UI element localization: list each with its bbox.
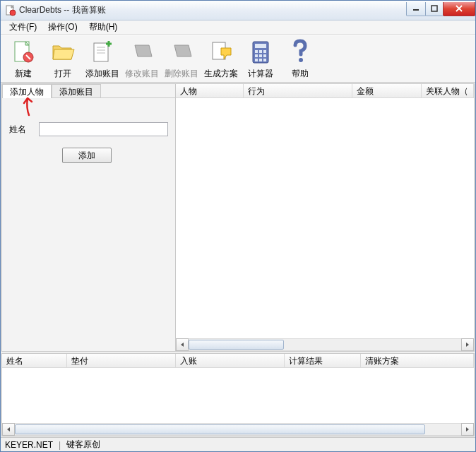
- tab-add-entry[interactable]: 添加账目: [52, 84, 101, 98]
- tool-open[interactable]: 打开: [43, 37, 83, 81]
- grid-top-scrollbar[interactable]: [176, 338, 474, 351]
- entry-plus-icon: [88, 38, 117, 66]
- gen-plan-icon: [207, 38, 235, 66]
- col-person[interactable]: 人物: [176, 84, 244, 97]
- scroll-right-icon[interactable]: [461, 423, 474, 436]
- calculator-icon: [246, 38, 275, 66]
- add-button[interactable]: 添加: [62, 148, 112, 163]
- tool-gen-plan-label: 生成方案: [204, 68, 238, 80]
- status-sep: |: [59, 440, 61, 450]
- grid-top-header: 人物 行为 金额 关联人物（: [176, 84, 474, 98]
- col-name[interactable]: 姓名: [2, 354, 67, 367]
- svg-rect-3: [432, 6, 437, 11]
- maximize-button[interactable]: [425, 2, 444, 16]
- col-action[interactable]: 行为: [244, 84, 352, 97]
- svg-point-22: [299, 58, 303, 62]
- tool-new-label: 新建: [15, 68, 32, 80]
- toolbar: 新建 打开 添加账目 修改账目 删除账目 生成方案 计算器 帮助: [1, 35, 475, 83]
- col-paid[interactable]: 垫付: [67, 354, 176, 367]
- tool-del-entry[interactable]: 删除账目: [162, 37, 201, 81]
- tool-add-entry-label: 添加账目: [85, 68, 119, 80]
- col-calc-result[interactable]: 计算结果: [285, 354, 361, 367]
- grid-bottom-body[interactable]: [2, 368, 474, 423]
- col-amount[interactable]: 金额: [352, 84, 422, 97]
- grid-bottom-scrollbar[interactable]: [2, 423, 474, 436]
- scroll-track[interactable]: [189, 338, 461, 351]
- svg-rect-6: [94, 43, 108, 61]
- window-controls: [407, 2, 475, 16]
- help-icon: [286, 38, 314, 66]
- col-related[interactable]: 关联人物（: [422, 84, 474, 97]
- menubar: 文件(F) 操作(O) 帮助(H): [1, 20, 475, 35]
- tool-help-label: 帮助: [292, 68, 309, 80]
- tool-edit-entry[interactable]: 修改账目: [122, 37, 162, 81]
- menu-operate[interactable]: 操作(O): [42, 20, 83, 35]
- folder-icon: [49, 38, 77, 66]
- svg-rect-16: [255, 54, 258, 57]
- tool-open-label: 打开: [54, 68, 71, 80]
- close-button[interactable]: [443, 2, 475, 16]
- tool-edit-entry-label: 修改账目: [125, 68, 159, 80]
- lower-pane: 姓名 垫付 入账 计算结果 清账方案: [1, 353, 475, 436]
- scroll-left-icon[interactable]: [176, 338, 189, 351]
- upper-pane: 添加人物 添加账目 姓名 添加: [1, 83, 475, 352]
- tab-body: 姓名 添加: [2, 98, 175, 351]
- left-pane: 添加人物 添加账目 姓名 添加: [2, 84, 176, 351]
- workarea: 添加人物 添加账目 姓名 添加: [1, 83, 475, 437]
- minimize-button[interactable]: [406, 2, 426, 16]
- svg-point-1: [10, 10, 16, 16]
- svg-rect-14: [259, 50, 262, 53]
- col-plan[interactable]: 清账方案: [361, 354, 474, 367]
- svg-rect-21: [263, 59, 266, 61]
- tool-help[interactable]: 帮助: [280, 37, 320, 81]
- status-author: 键客原创: [66, 439, 100, 451]
- grid-bottom-header: 姓名 垫付 入账 计算结果 清账方案: [2, 354, 474, 368]
- right-pane: 人物 行为 金额 关联人物（: [176, 84, 474, 351]
- grid-top-body[interactable]: [176, 98, 474, 338]
- tool-calculator[interactable]: 计算器: [241, 37, 280, 81]
- svg-rect-12: [255, 44, 266, 48]
- statusbar: KEYER.NET | 键客原创: [1, 437, 475, 451]
- scroll-right-icon[interactable]: [461, 338, 474, 351]
- svg-rect-15: [263, 50, 266, 53]
- scroll-thumb[interactable]: [189, 340, 284, 350]
- svg-rect-13: [255, 50, 258, 53]
- tool-gen-plan[interactable]: 生成方案: [201, 37, 241, 81]
- menu-file[interactable]: 文件(F): [4, 20, 42, 35]
- form-row-name: 姓名: [9, 122, 168, 136]
- svg-rect-18: [263, 54, 266, 57]
- entry-del-icon: [167, 38, 196, 66]
- annotation-arrow-icon: [22, 95, 36, 117]
- tool-del-entry-label: 删除账目: [165, 68, 198, 80]
- main-window: ClearDebts -- 我善算账 文件(F) 操作(O) 帮助(H) 新建 …: [0, 0, 476, 452]
- scroll-thumb[interactable]: [15, 424, 425, 434]
- menu-help[interactable]: 帮助(H): [83, 20, 124, 35]
- tool-calculator-label: 计算器: [248, 68, 273, 80]
- col-income[interactable]: 入账: [176, 354, 285, 367]
- status-site: KEYER.NET: [5, 440, 53, 450]
- svg-rect-19: [255, 59, 258, 61]
- svg-rect-17: [259, 54, 262, 57]
- tool-add-entry[interactable]: 添加账目: [83, 37, 122, 81]
- entry-edit-icon: [128, 38, 156, 66]
- app-icon: [5, 5, 16, 16]
- window-title: ClearDebts -- 我善算账: [19, 4, 407, 16]
- scroll-track[interactable]: [15, 423, 461, 436]
- name-input[interactable]: [39, 122, 168, 136]
- tool-new[interactable]: 新建: [4, 37, 43, 81]
- new-doc-icon: [9, 38, 37, 66]
- titlebar[interactable]: ClearDebts -- 我善算账: [1, 1, 475, 20]
- name-label: 姓名: [9, 124, 33, 136]
- svg-rect-20: [259, 59, 262, 61]
- scroll-left-icon[interactable]: [2, 423, 15, 436]
